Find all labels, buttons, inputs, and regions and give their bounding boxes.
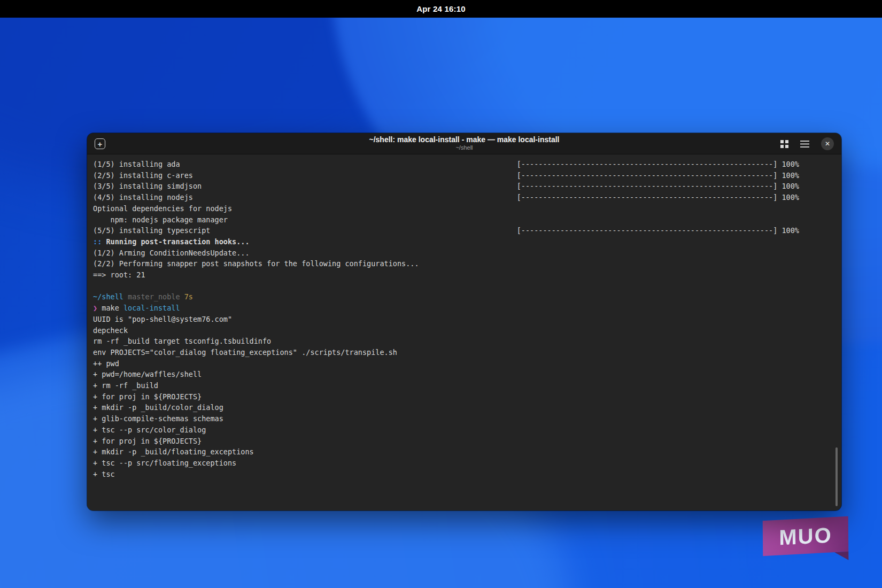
terminal-line: ~/shell master_noble 7s <box>93 291 799 303</box>
terminal-line: + for proj in ${PROJECTS} <box>93 391 799 403</box>
terminal-line: + tsc --p src/floating_exceptions <box>93 458 799 469</box>
terminal-line: + pwd=/home/waffles/shell <box>93 369 799 380</box>
terminal-line: UUID is "pop-shell@system76.com" <box>93 314 799 325</box>
terminal-line: ❯ make local-install <box>93 303 799 314</box>
terminal-line: + mkdir -p _build/floating_exceptions <box>93 446 799 458</box>
terminal-line: env PROJECTS="color_dialog floating_exce… <box>93 347 799 358</box>
terminal-lines: (1/5) installing ada[-------------------… <box>93 159 799 479</box>
muo-logo-text: MUO <box>779 524 832 548</box>
progress-bar: [---------------------------------------… <box>517 225 799 236</box>
terminal-window: + ~/shell: make local-install - make — m… <box>87 133 841 510</box>
clock[interactable]: Apr 24 16:10 <box>416 4 466 13</box>
terminal-line: (3/5) installing simdjson[--------------… <box>93 181 799 192</box>
close-button[interactable]: ✕ <box>821 137 834 150</box>
grid-icon <box>780 140 788 148</box>
terminal-line: (5/5) installing typescript[------------… <box>93 225 799 236</box>
terminal-line: (1/5) installing ada[-------------------… <box>93 159 799 170</box>
progress-bar: [---------------------------------------… <box>517 181 799 192</box>
terminal-line: rm -rf _build target tsconfig.tsbuildinf… <box>93 336 799 347</box>
plus-icon: + <box>95 138 105 149</box>
terminal-line <box>93 281 799 292</box>
terminal-line: ++ pwd <box>93 358 799 369</box>
terminal-content[interactable]: (1/5) installing ada[-------------------… <box>87 154 841 510</box>
tab-overview-button[interactable] <box>780 140 788 148</box>
terminal-line: (4/5) installing nodejs[----------------… <box>93 192 799 203</box>
terminal-line: + glib-compile-schemas schemas <box>93 413 799 424</box>
progress-bar: [---------------------------------------… <box>517 192 799 203</box>
terminal-line: + mkdir -p _build/color_dialog <box>93 402 799 413</box>
progress-bar: [---------------------------------------… <box>517 170 799 181</box>
progress-bar: [---------------------------------------… <box>517 159 799 170</box>
window-subtitle: ~/shell <box>87 144 841 151</box>
hamburger-icon <box>800 141 809 148</box>
terminal-line: + tsc <box>93 469 799 480</box>
menu-button[interactable] <box>800 141 809 148</box>
muo-logo: MUO <box>763 516 849 556</box>
terminal-line: + for proj in ${PROJECTS} <box>93 436 799 447</box>
terminal-line: + rm -rf _build <box>93 380 799 391</box>
titlebar-captions: ~/shell: make local-install - make — mak… <box>87 135 841 151</box>
terminal-line: (2/2) Performing snapper post snapshots … <box>93 258 799 269</box>
terminal-line: :: Running post-transaction hooks... <box>93 236 799 247</box>
terminal-line: npm: nodejs package manager <box>93 214 799 226</box>
new-tab-button[interactable]: + <box>95 138 105 149</box>
scrollbar-thumb[interactable] <box>835 447 838 506</box>
window-title: ~/shell: make local-install - make — mak… <box>87 135 841 144</box>
terminal-line: ==> root: 21 <box>93 269 799 281</box>
top-panel: Apr 24 16:10 <box>0 0 882 18</box>
terminal-line: Optional dependencies for nodejs <box>93 203 799 214</box>
terminal-line: depcheck <box>93 325 799 336</box>
terminal-line: + tsc --p src/color_dialog <box>93 424 799 436</box>
close-icon: ✕ <box>825 141 830 147</box>
terminal-line: (1/2) Arming ConditionNeedsUpdate... <box>93 247 799 259</box>
titlebar[interactable]: + ~/shell: make local-install - make — m… <box>87 133 841 154</box>
terminal-line: (2/5) installing c-ares[----------------… <box>93 170 799 181</box>
